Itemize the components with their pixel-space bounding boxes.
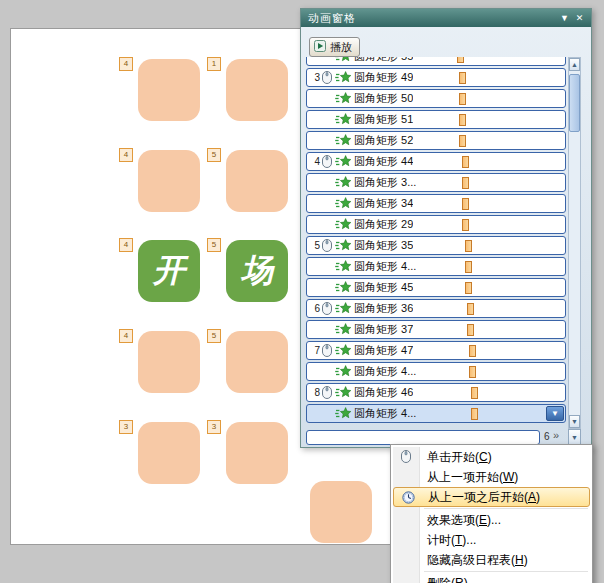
animation-item[interactable]: 3圆角矩形 49 xyxy=(306,68,566,87)
play-button[interactable]: 播放 xyxy=(309,37,360,57)
timeline-scroll-arrows-icon[interactable]: » xyxy=(553,429,559,441)
animation-order-badge[interactable]: 4 xyxy=(119,329,133,343)
animation-order-badge[interactable]: 3 xyxy=(207,420,221,434)
slide-shape-rounded-rect[interactable]: 3 xyxy=(226,422,288,484)
menu-item[interactable]: 隐藏高级日程表(H) xyxy=(393,550,590,570)
menu-item[interactable]: 删除(R) xyxy=(393,573,590,583)
pane-close-icon[interactable]: ✕ xyxy=(572,11,587,25)
scrollbar-thumb[interactable] xyxy=(569,74,580,132)
animation-item[interactable]: 圆角矩形 55 xyxy=(306,57,566,66)
animation-item[interactable]: 7圆角矩形 47 xyxy=(306,341,566,360)
timing-bar[interactable] xyxy=(467,324,474,336)
click-sequence-number: 3 xyxy=(309,72,320,83)
mouse-trigger-slot xyxy=(320,302,334,315)
mouse-trigger-slot xyxy=(320,155,334,168)
slide-shape-rounded-rect[interactable]: 4 xyxy=(138,59,200,121)
timing-bar[interactable] xyxy=(459,114,466,126)
slide-shape-rounded-rect[interactable]: 4 xyxy=(138,331,200,393)
animation-list: 圆角矩形 553圆角矩形 49圆角矩形 50圆角矩形 51圆角矩形 524圆角矩… xyxy=(306,57,566,429)
entrance-effect-star-icon xyxy=(335,302,351,315)
effect-icon-slot xyxy=(334,134,352,147)
timing-bar[interactable] xyxy=(469,366,476,378)
animation-item-label: 圆角矩形 4... xyxy=(354,364,416,379)
timing-bar[interactable] xyxy=(465,261,472,273)
slide-shape-rounded-rect[interactable] xyxy=(310,481,372,543)
animation-item[interactable]: 圆角矩形 45 xyxy=(306,278,566,297)
item-options-dropdown[interactable]: ▼ xyxy=(546,406,564,421)
timing-bar[interactable] xyxy=(471,408,478,420)
slide-shape-rounded-rect[interactable]: 5 xyxy=(226,331,288,393)
context-menu-items: 单击开始(C)从上一项开始(W)从上一项之后开始(A)效果选项(E)...计时(… xyxy=(393,447,590,583)
timing-bar[interactable] xyxy=(457,57,464,63)
menu-item-label: 隐藏高级日程表(H) xyxy=(427,552,528,569)
timing-bar[interactable] xyxy=(462,177,469,189)
animation-order-badge[interactable]: 3 xyxy=(119,420,133,434)
slide-shape-title-tile[interactable]: 开4 xyxy=(138,240,200,302)
scroll-up-button[interactable]: ▲ xyxy=(569,58,580,71)
click-sequence-number: 7 xyxy=(309,345,320,356)
animation-item[interactable]: 6圆角矩形 36 xyxy=(306,299,566,318)
animation-item[interactable]: 圆角矩形 51 xyxy=(306,110,566,129)
pane-menu-chevron-icon[interactable]: ▼ xyxy=(557,11,572,25)
timing-bar[interactable] xyxy=(459,72,466,84)
animation-item[interactable]: 5圆角矩形 35 xyxy=(306,236,566,255)
vertical-scrollbar[interactable]: ▲ ▼ xyxy=(568,57,581,429)
timing-bar[interactable] xyxy=(459,135,466,147)
animation-item[interactable]: 圆角矩形 50 xyxy=(306,89,566,108)
animation-order-badge[interactable]: 5 xyxy=(207,148,221,162)
slide-shape-title-tile[interactable]: 场5 xyxy=(226,240,288,302)
timing-bar[interactable] xyxy=(462,219,469,231)
menu-item[interactable]: 计时(T)... xyxy=(393,530,590,550)
animation-pane-titlebar: 动画窗格 ▼ ✕ xyxy=(301,9,591,27)
mouse-trigger-slot xyxy=(320,386,334,399)
animation-order-badge[interactable]: 5 xyxy=(207,238,221,252)
menu-item[interactable]: 效果选项(E)... xyxy=(393,510,590,530)
mouse-click-icon xyxy=(322,155,332,168)
animation-item[interactable]: 圆角矩形 3... xyxy=(306,173,566,192)
animation-order-badge[interactable]: 4 xyxy=(119,238,133,252)
timing-bar[interactable] xyxy=(459,93,466,105)
animation-item[interactable]: 圆角矩形 4... xyxy=(306,362,566,381)
effect-icon-slot xyxy=(334,57,352,63)
menu-item-label: 单击开始(C) xyxy=(427,449,492,466)
animation-order-badge[interactable]: 4 xyxy=(119,57,133,71)
effect-icon-slot xyxy=(334,323,352,336)
animation-item[interactable]: 圆角矩形 37 xyxy=(306,320,566,339)
animation-item-label: 圆角矩形 49 xyxy=(354,70,413,85)
animation-item-label: 圆角矩形 34 xyxy=(354,196,413,211)
timing-bar[interactable] xyxy=(465,240,472,252)
timing-bar[interactable] xyxy=(471,387,478,399)
timing-bar[interactable] xyxy=(467,303,474,315)
animation-order-badge[interactable]: 5 xyxy=(207,329,221,343)
menu-item[interactable]: 从上一项之后开始(A) xyxy=(393,487,590,507)
mouse-click-icon xyxy=(322,239,332,252)
slide-shape-rounded-rect[interactable]: 1 xyxy=(226,59,288,121)
timing-bar[interactable] xyxy=(462,156,469,168)
animation-item[interactable]: 8圆角矩形 46 xyxy=(306,383,566,402)
animation-order-badge[interactable]: 1 xyxy=(207,57,221,71)
animation-item[interactable]: 圆角矩形 34 xyxy=(306,194,566,213)
entrance-effect-star-icon xyxy=(335,176,351,189)
animation-item[interactable]: 圆角矩形 4... xyxy=(306,257,566,276)
timeline-zoom-button[interactable]: ▼ xyxy=(568,429,581,445)
animation-item[interactable]: 圆角矩形 4...▼ xyxy=(306,404,566,423)
menu-item[interactable]: 单击开始(C) xyxy=(393,447,590,467)
mouse-click-icon xyxy=(322,71,332,84)
animation-item[interactable]: 4圆角矩形 44 xyxy=(306,152,566,171)
entrance-effect-star-icon xyxy=(335,197,351,210)
slide-shape-rounded-rect[interactable]: 3 xyxy=(138,422,200,484)
slide-shape-rounded-rect[interactable]: 5 xyxy=(226,150,288,212)
animation-item-label: 圆角矩形 4... xyxy=(354,259,416,274)
menu-item[interactable]: 从上一项开始(W) xyxy=(393,467,590,487)
timing-bar[interactable] xyxy=(465,282,472,294)
effect-icon-slot xyxy=(334,113,352,126)
mouse-click-icon xyxy=(401,450,411,463)
timing-bar[interactable] xyxy=(462,198,469,210)
animation-item[interactable]: 圆角矩形 52 xyxy=(306,131,566,150)
slide-shape-rounded-rect[interactable]: 4 xyxy=(138,150,200,212)
animation-item[interactable]: 圆角矩形 29 xyxy=(306,215,566,234)
timing-bar[interactable] xyxy=(469,345,476,357)
scroll-down-button[interactable]: ▼ xyxy=(569,415,580,428)
effect-icon-slot xyxy=(334,407,352,420)
animation-order-badge[interactable]: 4 xyxy=(119,148,133,162)
